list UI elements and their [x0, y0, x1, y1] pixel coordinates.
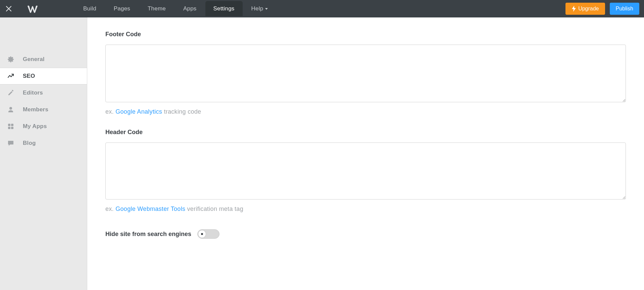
- sidebar-item-label: Members: [23, 106, 48, 113]
- svg-rect-0: [8, 124, 10, 126]
- nav-label: Help: [251, 5, 263, 12]
- nav-pages[interactable]: Pages: [105, 0, 139, 17]
- sidebar-item-myapps[interactable]: My Apps: [0, 118, 87, 135]
- header-code-helper: ex. Google Webmaster Tools verification …: [105, 206, 626, 213]
- hide-site-row: Hide site from search engines: [105, 229, 626, 239]
- helper-suffix: verification meta tag: [185, 206, 243, 212]
- nav-help[interactable]: Help: [243, 0, 277, 17]
- publish-label: Publish: [616, 6, 633, 12]
- toggle-knob: [198, 230, 206, 238]
- header-code-label: Header Code: [105, 129, 626, 136]
- google-analytics-link[interactable]: Google Analytics: [115, 108, 162, 115]
- svg-rect-1: [11, 124, 13, 126]
- footer-code-input[interactable]: [105, 45, 626, 102]
- header-code-input[interactable]: [105, 142, 626, 199]
- svg-rect-3: [11, 127, 13, 129]
- publish-button[interactable]: Publish: [610, 3, 639, 15]
- svg-rect-2: [8, 127, 10, 129]
- helper-suffix: tracking code: [162, 108, 201, 115]
- close-button[interactable]: [0, 0, 17, 17]
- nav-theme[interactable]: Theme: [139, 0, 175, 17]
- trend-icon: [7, 73, 15, 79]
- nav-label: Settings: [213, 5, 235, 12]
- topbar-right: Upgrade Publish: [565, 3, 644, 15]
- nav-label: Theme: [148, 5, 166, 12]
- close-icon: [6, 6, 12, 12]
- sidebar-item-label: Blog: [23, 140, 36, 147]
- helper-prefix: ex.: [105, 108, 115, 115]
- sidebar-item-label: My Apps: [23, 123, 47, 130]
- topnav: Build Pages Theme Apps Settings Help: [75, 0, 277, 17]
- nav-build[interactable]: Build: [75, 0, 105, 17]
- header-code-group: Header Code ex. Google Webmaster Tools v…: [105, 129, 626, 213]
- sidebar-item-label: Editors: [23, 90, 43, 96]
- nav-apps[interactable]: Apps: [175, 0, 205, 17]
- sidebar-item-editors[interactable]: Editors: [0, 84, 87, 101]
- chat-icon: [7, 140, 15, 147]
- nav-label: Pages: [114, 5, 130, 12]
- weebly-logo[interactable]: [17, 4, 48, 13]
- sidebar-item-members[interactable]: Members: [0, 101, 87, 118]
- body: General SEO Editors Members My Apps: [0, 17, 644, 290]
- nav-label: Apps: [183, 5, 197, 12]
- bolt-icon: [572, 6, 576, 12]
- sidebar-item-label: SEO: [23, 73, 35, 79]
- chevron-down-icon: [265, 8, 268, 10]
- upgrade-button[interactable]: Upgrade: [565, 3, 605, 15]
- hide-site-label: Hide site from search engines: [105, 231, 191, 238]
- sidebar-item-label: General: [23, 56, 45, 63]
- nav-settings[interactable]: Settings: [205, 1, 243, 16]
- weebly-logo-icon: [27, 4, 38, 13]
- sidebar-item-seo[interactable]: SEO: [0, 68, 87, 84]
- topbar: Build Pages Theme Apps Settings Help Upg…: [0, 0, 644, 17]
- sidebar-item-blog[interactable]: Blog: [0, 135, 87, 152]
- upgrade-label: Upgrade: [578, 6, 599, 12]
- settings-main: Footer Code ex. Google Analytics trackin…: [87, 17, 644, 290]
- footer-code-label: Footer Code: [105, 31, 626, 38]
- footer-code-helper: ex. Google Analytics tracking code: [105, 108, 626, 115]
- helper-prefix: ex.: [105, 206, 115, 212]
- pencil-icon: [7, 90, 15, 96]
- nav-label: Build: [83, 5, 96, 12]
- gear-icon: [7, 56, 15, 63]
- sidebar-item-general[interactable]: General: [0, 51, 87, 68]
- hide-site-toggle[interactable]: [197, 229, 219, 239]
- footer-code-group: Footer Code ex. Google Analytics trackin…: [105, 31, 626, 115]
- apps-icon: [7, 123, 15, 130]
- google-webmaster-tools-link[interactable]: Google Webmaster Tools: [115, 206, 185, 212]
- settings-sidebar: General SEO Editors Members My Apps: [0, 17, 87, 290]
- person-icon: [7, 106, 15, 113]
